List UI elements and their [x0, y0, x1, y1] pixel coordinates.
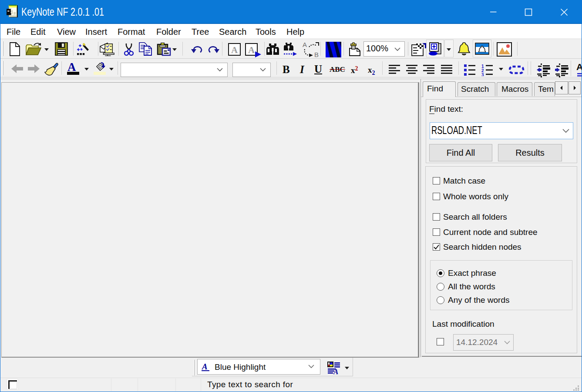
svg-text:A: A — [67, 61, 76, 74]
svg-text:B: B — [314, 51, 319, 58]
svg-text:A: A — [248, 45, 255, 55]
svg-text:A: A — [202, 362, 208, 371]
svg-text:A: A — [303, 41, 307, 48]
svg-text:3: 3 — [481, 73, 484, 76]
svg-text:A: A — [333, 368, 338, 375]
svg-text:A: A — [231, 45, 238, 55]
